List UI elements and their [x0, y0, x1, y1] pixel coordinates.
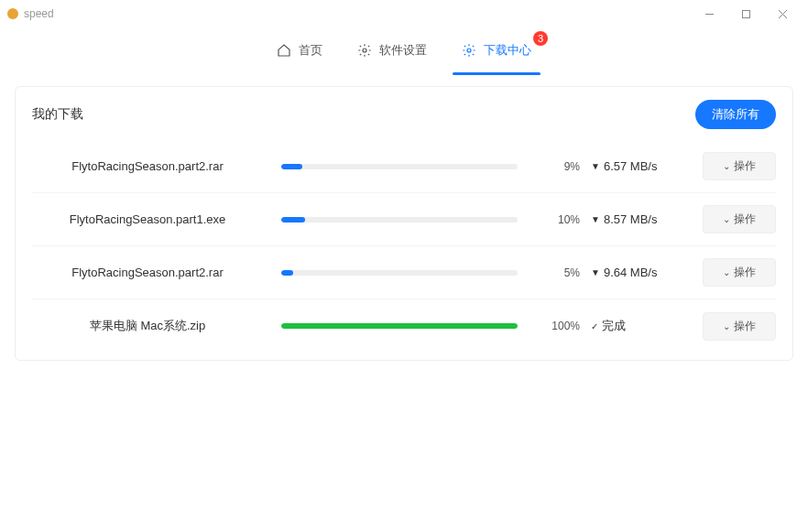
tab-label: 软件设置: [379, 42, 427, 59]
tab-downloads[interactable]: 下载中心 3: [458, 27, 535, 73]
svg-rect-1: [742, 10, 749, 17]
check-icon: ✓: [591, 321, 598, 331]
progress-bar: [281, 323, 518, 329]
download-speed: ▼8.57 MB/s: [591, 212, 692, 226]
progress-percent: 10%: [529, 213, 580, 226]
download-arrow-icon: ▼: [591, 267, 600, 277]
download-filename: FlytoRacingSeason.part1.exe: [32, 212, 270, 226]
progress-percent: 5%: [529, 266, 580, 279]
home-icon: [277, 43, 291, 58]
speed-text: 8.57 MB/s: [604, 212, 658, 226]
action-label: 操作: [734, 319, 756, 334]
download-row: FlytoRacingSeason.part1.exe10%▼8.57 MB/s…: [32, 193, 776, 246]
titlebar-left: speed: [7, 7, 691, 20]
download-row: FlytoRacingSeason.part2.rar5%▼9.64 MB/s⌄…: [32, 246, 776, 299]
download-arrow-icon: ▼: [591, 161, 600, 171]
tab-home[interactable]: 首页: [273, 27, 326, 73]
download-speed: ▼6.57 MB/s: [591, 159, 692, 173]
tab-bar: 首页 软件设置 下载中心 3: [0, 27, 808, 73]
chevron-down-icon: ⌄: [723, 214, 730, 224]
speed-text: 6.57 MB/s: [604, 159, 658, 173]
progress-bar: [281, 270, 518, 276]
close-button[interactable]: [764, 0, 801, 27]
action-button[interactable]: ⌄操作: [703, 152, 776, 180]
download-row: FlytoRacingSeason.part2.rar9%▼6.57 MB/s⌄…: [32, 140, 776, 193]
action-button[interactable]: ⌄操作: [703, 205, 776, 233]
gear-icon: [462, 43, 476, 58]
svg-point-5: [467, 49, 471, 52]
action-label: 操作: [734, 158, 756, 174]
action-button[interactable]: ⌄操作: [703, 258, 776, 287]
status-done: ✓完成: [591, 318, 692, 334]
tab-label: 首页: [299, 42, 322, 59]
tab-settings[interactable]: 软件设置: [354, 27, 431, 73]
downloads-panel: 我的下载 清除所有 FlytoRacingSeason.part2.rar9%▼…: [15, 86, 793, 361]
app-icon: [7, 8, 18, 19]
chevron-down-icon: ⌄: [723, 267, 730, 277]
download-filename: 苹果电脑 Mac系统.zip: [32, 318, 270, 334]
download-speed: ▼9.64 MB/s: [591, 266, 692, 279]
chevron-down-icon: ⌄: [723, 321, 730, 331]
gear-icon: [357, 43, 372, 58]
maximize-icon: [741, 9, 751, 19]
clear-all-button[interactable]: 清除所有: [695, 100, 776, 129]
download-filename: FlytoRacingSeason.part2.rar: [32, 266, 270, 279]
progress-fill: [281, 164, 302, 169]
action-label: 操作: [734, 212, 756, 227]
progress-percent: 100%: [529, 320, 580, 332]
svg-point-4: [363, 49, 366, 52]
panel-title: 我的下载: [32, 106, 83, 123]
progress-bar: [281, 164, 518, 169]
download-arrow-icon: ▼: [591, 214, 600, 224]
minimize-button[interactable]: [691, 0, 727, 27]
panel-header: 我的下载 清除所有: [32, 100, 776, 129]
speed-text: 完成: [602, 318, 626, 334]
app-title: speed: [24, 7, 54, 20]
close-icon: [778, 9, 788, 19]
minimize-icon: [704, 9, 715, 19]
speed-text: 9.64 MB/s: [604, 266, 658, 279]
tab-label: 下载中心: [484, 42, 531, 59]
action-button[interactable]: ⌄操作: [703, 312, 776, 341]
download-list: FlytoRacingSeason.part2.rar9%▼6.57 MB/s⌄…: [32, 140, 776, 353]
progress-percent: 9%: [529, 160, 580, 173]
download-row: 苹果电脑 Mac系统.zip100%✓完成⌄操作: [32, 299, 776, 353]
download-filename: FlytoRacingSeason.part2.rar: [32, 159, 270, 173]
action-label: 操作: [734, 265, 756, 280]
window-controls: [691, 0, 801, 27]
progress-bar: [281, 217, 518, 223]
progress-fill: [281, 270, 293, 276]
progress-fill: [281, 323, 518, 329]
titlebar: speed: [0, 0, 808, 27]
progress-fill: [281, 217, 305, 223]
maximize-button[interactable]: [727, 0, 764, 27]
badge-count: 3: [533, 31, 548, 46]
chevron-down-icon: ⌄: [723, 161, 730, 171]
